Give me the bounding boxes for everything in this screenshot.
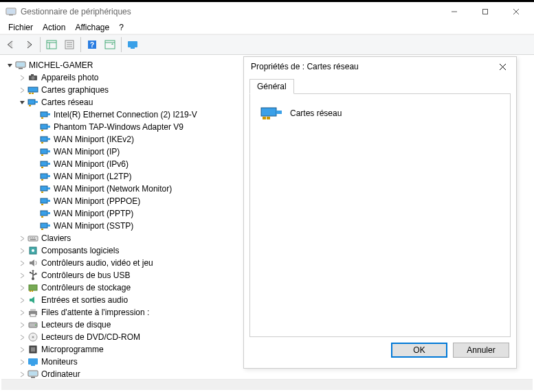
svg-rect-58 [41,216,43,218]
svg-rect-31 [29,105,31,106]
menu-bar: Fichier Action Affichage ? [0,21,534,34]
network-adapter-icon [260,104,283,123]
chevron-right-icon[interactable] [18,345,26,354]
svg-point-68 [32,249,34,252]
svg-rect-63 [30,238,31,238]
usb-icon [27,270,38,281]
properties-button[interactable] [61,36,78,53]
chevron-right-icon[interactable] [18,321,26,329]
svg-text:?: ? [90,41,94,49]
svg-rect-18 [128,41,137,47]
tree-label: Contrôleurs de stockage [41,281,131,294]
svg-rect-60 [47,224,50,227]
dialog-close-button[interactable] [493,58,512,75]
disk-drive-icon [27,319,38,330]
tree-label: Entrées et sorties audio [41,294,128,306]
maximize-button[interactable] [469,2,500,21]
spacer [30,209,38,218]
tree-label: Composants logiciels [41,244,119,257]
svg-point-82 [32,336,34,338]
horizontal-scrollbar[interactable] [1,379,533,390]
show-hide-tree-button[interactable] [43,36,60,53]
tree-label: Contrôleurs de bus USB [41,269,130,281]
network-adapter-icon [40,146,51,157]
ok-button[interactable]: OK [391,343,447,358]
help-button[interactable]: ? [84,36,100,53]
network-adapter-icon [40,208,51,219]
menu-help[interactable]: ? [115,21,128,34]
svg-rect-28 [32,93,34,94]
chevron-right-icon[interactable] [18,358,26,366]
svg-rect-43 [41,154,43,156]
storage-controller-icon [27,282,38,293]
chevron-right-icon[interactable] [18,333,26,341]
tree-label: WAN Miniport (L2TP) [54,170,132,183]
chevron-right-icon[interactable] [18,246,26,255]
svg-rect-84 [31,347,35,351]
tree-label: WAN Miniport (IKEv2) [54,133,134,146]
svg-rect-66 [30,239,36,240]
svg-rect-30 [35,101,38,103]
forward-button[interactable] [21,36,37,53]
spacer [30,123,38,131]
tree-label: Claviers [41,232,71,244]
chevron-right-icon[interactable] [18,73,26,82]
tree-label: Moniteurs [41,356,78,368]
svg-rect-39 [47,138,50,140]
close-button[interactable] [500,2,531,21]
svg-rect-73 [29,285,37,290]
content-area: MICHEL-GAMER Appareils photo Cartes grap… [0,55,534,389]
menu-view[interactable]: Affichage [71,21,113,34]
properties-dialog: Propriétés de : Cartes réseau Général Ca… [243,56,517,369]
chevron-down-icon[interactable] [18,98,26,106]
svg-rect-2 [9,14,13,16]
svg-rect-42 [47,150,50,152]
tab-general[interactable]: Général [249,79,294,94]
svg-rect-33 [47,113,50,115]
chevron-right-icon[interactable] [18,86,26,94]
network-adapter-icon [40,220,51,231]
chevron-right-icon[interactable] [18,234,26,242]
chevron-right-icon[interactable] [18,296,26,304]
svg-rect-78 [30,314,36,316]
tree-label: Microprogramme [41,343,104,356]
svg-rect-35 [41,124,47,129]
tab-strip: Général [249,79,511,94]
spacer [30,135,38,143]
menu-file[interactable]: Fichier [4,21,37,34]
tree-label: Contrôleurs audio, vidéo et jeu [41,257,153,269]
spacer [30,222,38,230]
svg-rect-57 [47,212,50,214]
monitor-icon-button[interactable] [124,36,141,53]
network-adapter-icon [40,134,51,145]
svg-rect-1 [7,9,15,14]
chevron-right-icon[interactable] [18,370,26,378]
tree-label: WAN Miniport (IP) [54,146,120,158]
chevron-right-icon[interactable] [18,284,26,292]
svg-rect-89 [31,377,35,378]
network-adapter-icon [27,97,38,108]
chevron-down-icon[interactable] [5,61,14,69]
svg-rect-38 [41,137,47,141]
cancel-button[interactable]: Annuler [453,343,509,358]
svg-rect-56 [41,211,47,216]
svg-rect-85 [28,358,38,365]
svg-rect-61 [41,229,43,230]
svg-rect-94 [263,117,266,119]
chevron-right-icon[interactable] [18,308,26,316]
svg-rect-75 [32,290,33,292]
network-adapter-icon [40,183,51,194]
chevron-right-icon[interactable] [18,259,26,267]
network-adapter-icon [40,122,51,132]
tree-label: Phantom TAP-Windows Adapter V9 [54,121,183,133]
chevron-right-icon[interactable] [18,271,26,279]
svg-rect-55 [41,204,43,205]
back-button[interactable] [3,36,19,53]
svg-rect-22 [19,68,23,69]
svg-rect-92 [261,108,276,116]
app-icon [5,6,16,17]
menu-action[interactable]: Action [38,21,69,34]
minimize-button[interactable] [438,2,469,21]
svg-rect-36 [47,126,50,128]
scan-hardware-button[interactable] [102,36,118,53]
